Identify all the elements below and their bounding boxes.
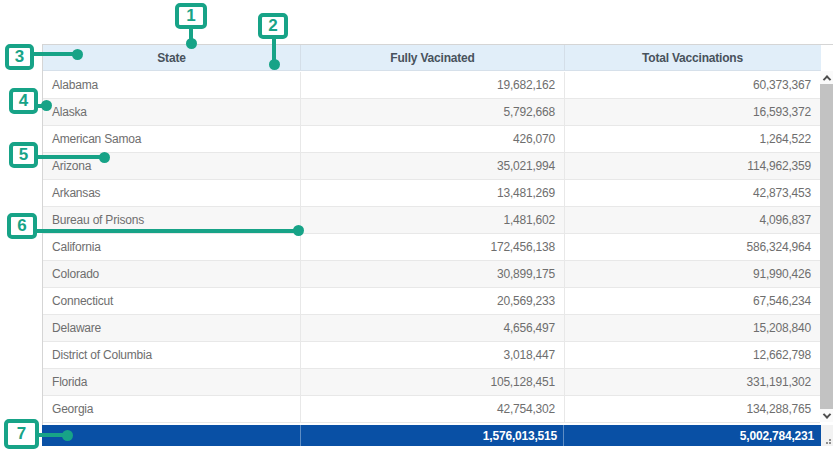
cell-fully-vacinated: 3,018,447	[301, 342, 565, 369]
scrollbar-corner	[821, 425, 833, 446]
table-widget: State Fully Vacinated Total Vaccinations…	[42, 44, 833, 446]
scroll-down-button[interactable]	[820, 409, 833, 422]
cell-total-vaccinations: 134,288,765	[565, 396, 820, 423]
resize-grip-icon[interactable]	[829, 439, 831, 441]
callout-6-stem	[36, 229, 298, 233]
cell-fully-vacinated: 4,656,497	[301, 315, 565, 342]
table-row[interactable]: Alaska5,792,66816,593,372	[43, 99, 821, 126]
callout-6: 6	[7, 213, 37, 239]
callout-4-dot	[41, 100, 52, 111]
table-header-row: State Fully Vacinated Total Vaccinations	[43, 45, 821, 71]
table-row[interactable]: Connecticut20,569,23367,546,234	[43, 288, 821, 315]
cell-total-vaccinations: 60,373,367	[565, 72, 820, 99]
cell-state: District of Columbia	[43, 342, 301, 369]
table-body: Alabama19,682,16260,373,367Alaska5,792,6…	[43, 72, 821, 423]
cell-total-vaccinations: 15,208,840	[565, 315, 820, 342]
callout-5-dot	[99, 152, 110, 163]
table-row[interactable]: Arkansas13,481,26942,873,453	[43, 180, 821, 207]
cell-total-vaccinations: 16,593,372	[565, 99, 820, 126]
cell-state: Alabama	[43, 72, 301, 99]
cell-state: Delaware	[43, 315, 301, 342]
summary-cell-fully-vacinated: 1,576,013,515	[301, 425, 564, 446]
cell-total-vaccinations: 4,096,837	[565, 207, 820, 234]
summary-cell-total-vaccinations: 5,002,784,231	[564, 425, 820, 446]
callout-3: 3	[5, 44, 34, 70]
chevron-down-icon	[822, 410, 830, 418]
cell-fully-vacinated: 1,481,602	[301, 207, 565, 234]
cell-fully-vacinated: 13,481,269	[301, 180, 565, 207]
cell-total-vaccinations: 331,191,302	[565, 369, 820, 396]
scroll-up-button[interactable]	[820, 71, 833, 84]
callout-2-dot	[269, 59, 280, 70]
summary-row: 1,576,013,515 5,002,784,231	[42, 425, 821, 446]
cell-total-vaccinations: 67,546,234	[565, 288, 820, 315]
cell-total-vaccinations: 1,264,522	[565, 126, 820, 153]
chevron-up-icon	[822, 75, 830, 83]
cell-fully-vacinated: 30,899,175	[301, 261, 565, 288]
table-row[interactable]: Delaware4,656,49715,208,840	[43, 315, 821, 342]
cell-state: Georgia	[43, 396, 301, 423]
column-header-total-vaccinations[interactable]: Total Vaccinations	[565, 45, 820, 70]
callout-7: 7	[4, 419, 39, 449]
callout-4: 4	[9, 88, 38, 114]
cell-state: American Samoa	[43, 126, 301, 153]
callout-6-dot	[293, 225, 304, 236]
cell-state: Connecticut	[43, 288, 301, 315]
cell-total-vaccinations: 586,324,964	[565, 234, 820, 261]
table-row[interactable]: Georgia42,754,302134,288,765	[43, 396, 821, 423]
callout-7-dot	[62, 430, 73, 441]
table-row[interactable]: California172,456,138586,324,964	[43, 234, 821, 261]
cell-fully-vacinated: 19,682,162	[301, 72, 565, 99]
cell-state: Arkansas	[43, 180, 301, 207]
cell-state: Alaska	[43, 99, 301, 126]
cell-total-vaccinations: 114,962,359	[565, 153, 820, 180]
page: State Fully Vacinated Total Vaccinations…	[0, 0, 833, 453]
table-row[interactable]: District of Columbia3,018,44712,662,798	[43, 342, 821, 369]
cell-fully-vacinated: 42,754,302	[301, 396, 565, 423]
callout-1-dot	[186, 38, 197, 49]
callout-1: 1	[175, 3, 207, 29]
callout-5: 5	[9, 142, 38, 168]
cell-fully-vacinated: 105,128,451	[301, 369, 565, 396]
cell-fully-vacinated: 5,792,668	[301, 99, 565, 126]
table-row[interactable]: Florida105,128,451331,191,302	[43, 369, 821, 396]
vertical-scrollbar[interactable]	[820, 71, 833, 422]
table-row[interactable]: Arizona35,021,994114,962,359	[43, 153, 821, 180]
cell-fully-vacinated: 426,070	[301, 126, 565, 153]
summary-cell-state	[42, 425, 301, 446]
table-row[interactable]: Colorado30,899,17591,990,426	[43, 261, 821, 288]
table-row[interactable]: Alabama19,682,16260,373,367	[43, 72, 821, 99]
cell-fully-vacinated: 172,456,138	[301, 234, 565, 261]
cell-fully-vacinated: 20,569,233	[301, 288, 565, 315]
cell-state: California	[43, 234, 301, 261]
cell-fully-vacinated: 35,021,994	[301, 153, 565, 180]
cell-state: Colorado	[43, 261, 301, 288]
cell-total-vaccinations: 91,990,426	[565, 261, 820, 288]
callout-5-stem	[37, 155, 104, 159]
cell-state: Florida	[43, 369, 301, 396]
cell-total-vaccinations: 12,662,798	[565, 342, 820, 369]
scrollbar-thumb[interactable]	[820, 84, 833, 409]
callout-3-dot	[72, 49, 83, 60]
cell-total-vaccinations: 42,873,453	[565, 180, 820, 207]
callout-2: 2	[258, 13, 288, 39]
column-header-fully-vacinated[interactable]: Fully Vacinated	[301, 45, 565, 70]
table-row[interactable]: American Samoa426,0701,264,522	[43, 126, 821, 153]
